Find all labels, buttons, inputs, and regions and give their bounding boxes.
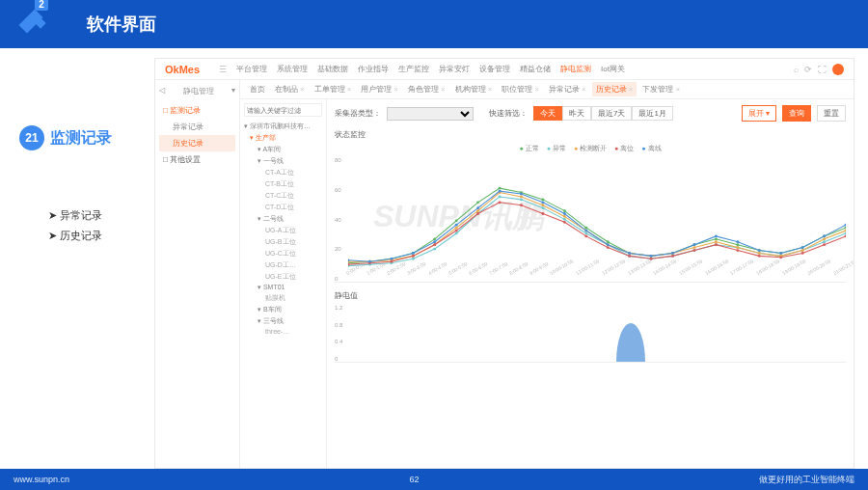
svg-point-117 — [801, 246, 804, 249]
close-icon[interactable]: × — [582, 85, 586, 94]
close-icon[interactable]: × — [675, 85, 680, 94]
svg-point-69 — [801, 249, 804, 252]
quick-filter-button[interactable]: 今天 — [533, 106, 562, 121]
tree-node[interactable]: CT-B工位 — [244, 178, 322, 190]
legend-item: 异常 — [547, 144, 566, 153]
close-icon[interactable]: × — [441, 85, 446, 94]
tree-node[interactable]: UG-A工位 — [244, 225, 322, 236]
expand-icon[interactable]: ⛶ — [818, 65, 827, 74]
menu-icon[interactable]: ☰ — [219, 65, 227, 74]
tree-node[interactable]: three-… — [244, 327, 322, 336]
close-icon[interactable]: × — [488, 85, 493, 94]
sidebar-group: 静电管理 — [183, 86, 214, 96]
nav-item[interactable]: Iot网关 — [601, 64, 625, 74]
tab[interactable]: 用户管理× — [357, 82, 402, 96]
section-number: 21 — [19, 125, 44, 150]
org-tree: ▾ 深圳市讯鹏科技有…▾ 生产部▾ A车间▾ 一号线CT-A工位CT-B工位CT… — [240, 99, 327, 468]
tree-node[interactable]: ▾ SMT01 — [244, 283, 322, 292]
nav-item[interactable]: 静电监测 — [560, 64, 591, 74]
tree-node[interactable]: ▾ 二号线 — [244, 213, 322, 225]
main-panel: 采集器类型： 快速筛选： 今天昨天最近7天最近1月 展开 ▾ 查询 重置 状态监… — [327, 99, 854, 468]
svg-point-91 — [758, 255, 761, 258]
tab[interactable]: 角色管理× — [404, 82, 449, 96]
tab[interactable]: 下发管理× — [638, 82, 684, 96]
chart1-title: 状态监控 — [335, 129, 846, 140]
tab[interactable]: 职位管理× — [498, 82, 543, 96]
tree-node[interactable]: ▾ 生产部 — [244, 132, 322, 144]
search-icon[interactable]: ⌕ — [794, 65, 799, 74]
nav-item[interactable]: 系统管理 — [277, 64, 308, 74]
reset-button[interactable]: 重置 — [817, 105, 846, 122]
svg-point-58 — [563, 215, 566, 218]
tree-node[interactable]: ▾ 一号线 — [244, 155, 322, 167]
svg-point-84 — [607, 246, 610, 249]
bullet-list: ➤ 异常记录 ➤ 历史记录 — [48, 208, 154, 243]
sidebar-item[interactable]: □ 监测记录 — [159, 102, 235, 119]
svg-point-5 — [455, 219, 458, 222]
header-diamond-icon — [19, 10, 48, 39]
svg-point-109 — [628, 252, 631, 255]
tree-node[interactable]: CT-C工位 — [244, 190, 322, 202]
svg-point-65 — [715, 240, 718, 243]
svg-point-104 — [520, 193, 523, 196]
tab[interactable]: 机构管理× — [451, 82, 497, 96]
nav-item[interactable]: 作业指导 — [358, 64, 389, 74]
tree-node[interactable]: 贴膜机 — [244, 292, 322, 304]
query-button[interactable]: 查询 — [782, 105, 811, 122]
nav-item[interactable]: 基础数据 — [317, 64, 348, 74]
nav-item[interactable]: 生产监控 — [398, 64, 429, 74]
close-icon[interactable]: × — [534, 85, 539, 94]
tree-node[interactable]: UG-E工位 — [244, 271, 322, 283]
static-chart: 1.20.80.40 — [335, 305, 846, 363]
refresh-icon[interactable]: ⟳ — [804, 65, 812, 74]
svg-point-88 — [692, 249, 695, 252]
quick-filter-button[interactable]: 最近7天 — [591, 106, 632, 121]
tree-node[interactable]: CT-A工位 — [244, 167, 322, 178]
svg-point-27 — [412, 258, 415, 260]
tab[interactable]: 首页 — [246, 82, 269, 96]
svg-point-94 — [823, 243, 826, 246]
tree-node[interactable]: ▾ A车间 — [244, 144, 322, 155]
app-topbar: OkMes ☰ 平台管理系统管理基础数据作业指导生产监控异常安灯设备管理精益仓储… — [155, 59, 854, 80]
close-icon[interactable]: × — [347, 85, 352, 94]
expand-button[interactable]: 展开 ▾ — [742, 105, 776, 122]
chevron-down-icon[interactable]: ▾ — [231, 86, 235, 96]
quick-filter-label: 快速筛选： — [489, 108, 528, 119]
svg-point-31 — [499, 196, 502, 199]
close-icon[interactable]: × — [393, 85, 398, 94]
tree-node[interactable]: ▾ 三号线 — [244, 315, 322, 327]
tree-node[interactable]: CT-D工位 — [244, 202, 322, 213]
sidebar-item[interactable]: 历史记录 — [159, 135, 235, 151]
nav-item[interactable]: 平台管理 — [236, 64, 267, 74]
tree-node[interactable]: ▾ B车间 — [244, 304, 322, 315]
avatar[interactable] — [832, 64, 844, 75]
svg-point-116 — [779, 252, 782, 255]
svg-point-6 — [476, 201, 479, 204]
tree-node[interactable]: UG-C工位 — [244, 248, 322, 259]
tab[interactable]: 历史记录× — [592, 82, 637, 96]
close-icon[interactable]: × — [300, 85, 305, 94]
chart2-peak — [616, 323, 645, 362]
close-icon[interactable]: × — [629, 85, 634, 94]
chart1-xaxis: 0:00-0:591:00-1:592:00-2:593:00-3:594:00… — [348, 270, 846, 282]
collector-type-select[interactable] — [387, 107, 474, 121]
quick-filter-button[interactable]: 昨天 — [562, 106, 591, 121]
tab[interactable]: 异常记录× — [545, 82, 590, 96]
nav-item[interactable]: 异常安灯 — [439, 64, 470, 74]
nav-item[interactable]: 设备管理 — [479, 64, 510, 74]
svg-point-57 — [541, 204, 544, 206]
nav-item[interactable]: 精益仓储 — [520, 64, 551, 74]
inner-layout: ▾ 深圳市讯鹏科技有…▾ 生产部▾ A车间▾ 一号线CT-A工位CT-B工位CT… — [240, 99, 854, 468]
tab[interactable]: 在制品× — [271, 82, 309, 96]
sidebar-item[interactable]: □ 其他设置 — [159, 151, 235, 168]
back-icon[interactable]: ◁ — [159, 86, 165, 96]
footer-slogan: 做更好用的工业智能终端 — [759, 474, 854, 486]
tree-node[interactable]: UG-B工位 — [244, 236, 322, 248]
tab[interactable]: 工单管理× — [311, 82, 356, 96]
sidebar-item[interactable]: 异常记录 — [159, 119, 235, 135]
tree-node[interactable]: ▾ 深圳市讯鹏科技有… — [244, 121, 322, 132]
tree-search-input[interactable] — [244, 103, 322, 117]
quick-filter-button[interactable]: 最近1月 — [632, 106, 672, 121]
section-label: 21 监测记录 — [19, 125, 154, 150]
tree-node[interactable]: UG-D工… — [244, 259, 322, 271]
